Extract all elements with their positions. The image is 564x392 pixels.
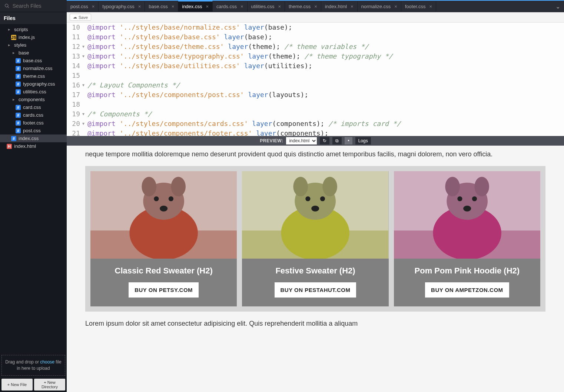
tree-item-theme-css[interactable]: #theme.css — [0, 72, 67, 80]
dropzone[interactable]: Drag and drop or choose file in here to … — [1, 355, 65, 376]
svg-point-6 — [154, 196, 159, 201]
cards-container: Classic Red Sweater (H2)BUY ON PETSY.COM… — [85, 166, 545, 312]
tree-item-scripts[interactable]: ▸scripts — [0, 26, 67, 33]
tab-close-icon[interactable]: × — [206, 4, 209, 9]
bottom-buttons: + New File + New Directory — [0, 377, 67, 392]
tab-close-icon[interactable]: × — [314, 4, 317, 9]
tab-typography-css[interactable]: typography.css× — [99, 1, 145, 11]
tab-index-css[interactable]: index.css× — [178, 1, 213, 11]
card-image — [242, 171, 388, 259]
svg-point-16 — [320, 196, 325, 201]
main-area: post.css×typography.css×base.css×index.c… — [67, 0, 564, 392]
tree-item-cards-css[interactable]: #cards.css — [0, 111, 67, 119]
tab-close-icon[interactable]: × — [278, 4, 281, 9]
svg-point-5 — [171, 177, 186, 196]
svg-point-7 — [169, 196, 173, 201]
save-button[interactable]: ☁ Save — [70, 14, 91, 21]
tab-theme-css[interactable]: theme.css× — [285, 1, 321, 11]
tab-normalize-css[interactable]: normalize.css× — [358, 1, 401, 11]
product-card: Pom Pom Pink Hoodie (H2)BUY ON AMPETZON.… — [394, 171, 540, 306]
buy-button[interactable]: BUY ON PESTAHUT.COM — [275, 282, 356, 298]
editor-toolbar: ☁ Save — [67, 12, 564, 23]
preview-paragraph-1: neque tempore mollitia doloremque nemo d… — [85, 149, 545, 159]
svg-point-13 — [293, 177, 308, 196]
product-card: Festive Sweater (H2)BUY ON PESTAHUT.COM — [242, 171, 388, 306]
tab-index-html[interactable]: index.html× — [321, 1, 358, 11]
svg-point-8 — [160, 206, 167, 212]
refresh-button[interactable]: ↻ — [320, 137, 329, 144]
svg-point-23 — [474, 177, 489, 196]
tab-bar: post.css×typography.css×base.css×index.c… — [67, 0, 564, 12]
tree-item-styles[interactable]: ▸styles — [0, 41, 67, 49]
svg-point-22 — [445, 177, 460, 196]
preview-bar: PREVIEW: index.html ↻ ⧉ • Logs — [67, 136, 564, 146]
card-title: Pom Pom Pink Hoodie (H2) — [394, 259, 540, 277]
tab-footer-css[interactable]: footer.css× — [401, 1, 436, 11]
tab-post-css[interactable]: post.css× — [67, 1, 99, 11]
tree-item-utilities-css[interactable]: #utilities.css — [0, 88, 67, 96]
svg-point-4 — [142, 177, 156, 196]
tab-close-icon[interactable]: × — [351, 4, 354, 9]
buy-button[interactable]: BUY ON PETSY.COM — [129, 282, 199, 298]
search-input[interactable] — [13, 3, 62, 9]
search-icon — [4, 3, 10, 9]
tree-item-index-css[interactable]: #index.css — [0, 134, 67, 142]
card-image — [90, 171, 237, 259]
preview-dot[interactable]: • — [345, 137, 352, 144]
svg-point-24 — [457, 196, 462, 201]
tab-close-icon[interactable]: × — [429, 4, 432, 9]
svg-point-25 — [472, 196, 477, 201]
svg-point-17 — [311, 206, 319, 212]
tab-close-icon[interactable]: × — [394, 4, 397, 9]
choose-file-link[interactable]: choose — [40, 359, 54, 365]
tab-close-icon[interactable]: × — [240, 4, 243, 9]
preview-pane: neque tempore mollitia doloremque nemo d… — [67, 146, 564, 392]
product-card: Classic Red Sweater (H2)BUY ON PETSY.COM — [90, 171, 237, 306]
tree-item-base[interactable]: ▸base — [0, 49, 67, 57]
logs-button[interactable]: Logs — [355, 137, 371, 144]
card-title: Festive Sweater (H2) — [242, 259, 388, 277]
svg-point-26 — [463, 206, 471, 212]
code-editor[interactable]: 10@import '../styles/base/normalize.css'… — [67, 23, 564, 136]
cloud-icon: ☁ — [73, 15, 77, 20]
buy-button[interactable]: BUY ON AMPETZON.COM — [425, 282, 509, 298]
card-title: Classic Red Sweater (H2) — [90, 259, 237, 277]
tree-item-base-css[interactable]: #base.css — [0, 57, 67, 64]
tree-item-footer-css[interactable]: #footer.css — [0, 119, 67, 127]
preview-paragraph-2: Lorem ipsum dolor sit amet consectetur a… — [85, 320, 545, 328]
tree-item-index-js[interactable]: JSindex.js — [0, 33, 67, 41]
svg-point-15 — [306, 196, 311, 201]
tree-item-typography-css[interactable]: #typography.css — [0, 80, 67, 88]
open-external-button[interactable]: ⧉ — [332, 137, 342, 144]
file-tree: ▸scriptsJSindex.js▸styles▸base#base.css#… — [0, 24, 67, 353]
tab-utilities-css[interactable]: utilities.css× — [248, 1, 285, 11]
tab-close-icon[interactable]: × — [92, 4, 95, 9]
tree-item-card-css[interactable]: #card.css — [0, 103, 67, 111]
card-image — [394, 171, 540, 259]
new-directory-button[interactable]: + New Directory — [34, 379, 65, 391]
tree-item-normalize-css[interactable]: #normalize.css — [0, 64, 67, 72]
svg-point-14 — [323, 177, 338, 196]
search-bar — [0, 0, 67, 12]
sidebar: Files ▸scriptsJSindex.js▸styles▸base#bas… — [0, 0, 67, 392]
tabs-overflow-icon[interactable]: ⌄ — [552, 1, 564, 12]
tab-close-icon[interactable]: × — [172, 4, 175, 9]
tree-item-index-html[interactable]: Hindex.html — [0, 142, 67, 150]
tab-base-css[interactable]: base.css× — [145, 1, 178, 11]
tree-item-post-css[interactable]: #post.css — [0, 127, 67, 134]
tree-item-components[interactable]: ▸components — [0, 96, 67, 103]
preview-file-select[interactable]: index.html — [286, 137, 317, 144]
files-panel-header: Files — [0, 12, 67, 24]
tab-close-icon[interactable]: × — [138, 4, 141, 9]
new-file-button[interactable]: + New File — [1, 379, 33, 391]
preview-label: PREVIEW: — [260, 138, 283, 143]
tab-cards-css[interactable]: cards.css× — [213, 1, 248, 11]
